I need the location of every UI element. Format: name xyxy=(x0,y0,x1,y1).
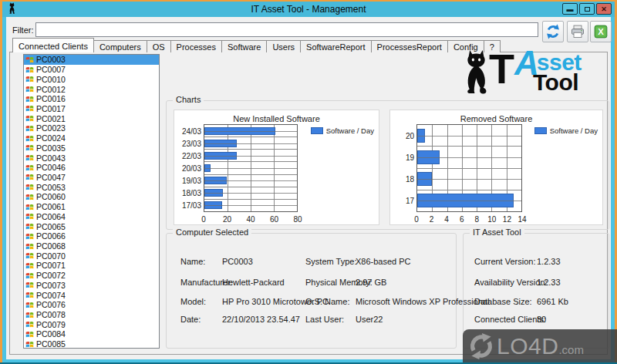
field-value: User22 xyxy=(356,315,383,324)
list-item[interactable]: PC0007 xyxy=(24,65,159,75)
windows-logo-icon xyxy=(25,232,34,241)
list-item-label: PC0007 xyxy=(36,65,66,74)
y-tick-label: 17/03 xyxy=(174,201,201,210)
list-item[interactable]: PC0065 xyxy=(24,221,159,231)
list-item[interactable]: PC0035 xyxy=(24,143,159,153)
windows-logo-icon xyxy=(25,203,34,211)
cat-logo-icon xyxy=(464,49,488,94)
chart-title: New Installed Software xyxy=(174,114,379,123)
print-button[interactable] xyxy=(567,21,588,42)
list-item-label: PC0021 xyxy=(36,114,66,123)
list-item-label: PC0076 xyxy=(36,300,66,309)
minimize-icon[interactable]: ▬ xyxy=(562,3,578,15)
field-value: 1.2.33 xyxy=(537,257,561,266)
list-item[interactable]: PC0053 xyxy=(24,182,159,192)
legend-swatch xyxy=(534,127,547,134)
refresh-button[interactable] xyxy=(542,21,564,42)
watermark-suffix: .com xyxy=(558,343,584,356)
list-item-label: PC0065 xyxy=(36,222,66,231)
tab-os[interactable]: OS xyxy=(147,40,171,52)
list-item[interactable]: PC0012 xyxy=(24,84,159,94)
list-item-label: PC0061 xyxy=(36,202,66,211)
tab-processes[interactable]: Processes xyxy=(170,40,222,52)
list-item[interactable]: PC0016 xyxy=(24,94,159,104)
list-item[interactable]: PC0085 xyxy=(24,339,159,349)
computer-selected-label: Computer Selected xyxy=(173,228,251,237)
app-window: IT Asset Tool - Management ▬ ✕ Filter: xyxy=(2,2,615,364)
gridline xyxy=(204,193,297,194)
list-item[interactable]: PC0043 xyxy=(24,153,159,163)
windows-logo-icon xyxy=(25,242,34,251)
field-value: 6961 Kb xyxy=(537,297,568,306)
window-controls: ▬ ✕ xyxy=(562,3,612,15)
list-item-label: PC0024 xyxy=(36,133,66,143)
x-tick-label: 20 xyxy=(223,215,231,224)
close-icon[interactable]: ✕ xyxy=(596,3,612,15)
gridline xyxy=(417,179,521,180)
y-tick-label: 23/03 xyxy=(174,139,201,147)
gridline xyxy=(204,156,297,157)
list-item[interactable]: PC0071 xyxy=(24,261,159,271)
tab-strip: Connected ClientsComputersOSProcessesSof… xyxy=(12,38,501,52)
client-area: Filter: xyxy=(6,17,611,359)
x-tick-label: 40 xyxy=(246,215,255,224)
field-label: Connected Clients: xyxy=(474,315,546,324)
list-item-label: PC0053 xyxy=(36,183,66,192)
tab-softwarereport[interactable]: SoftwareReport xyxy=(300,40,371,52)
screenshot-frame: IT Asset Tool - Management ▬ ✕ Filter: xyxy=(0,0,617,364)
list-item[interactable]: PC0017 xyxy=(24,104,159,114)
list-item[interactable]: PC0079 xyxy=(24,319,159,329)
list-item[interactable]: PC0064 xyxy=(24,212,159,222)
tab-processesreport[interactable]: ProcessesReport xyxy=(371,40,448,52)
windows-logo-icon xyxy=(25,212,34,221)
list-item-label: PC0078 xyxy=(36,310,66,319)
list-item[interactable]: PC0072 xyxy=(24,271,159,281)
list-item-label: PC0046 xyxy=(36,163,66,172)
tab-connected-clients[interactable]: Connected Clients xyxy=(12,38,94,52)
tab-computers[interactable]: Computers xyxy=(93,40,147,52)
chart-x-axis: 020406080 xyxy=(204,213,298,224)
list-item[interactable]: PC0076 xyxy=(24,300,159,310)
list-item[interactable]: PC0061 xyxy=(24,202,159,212)
connected-clients-list[interactable]: PC0003PC0007PC0010PC0012PC0016PC0017PC00… xyxy=(23,54,160,349)
windows-logo-icon xyxy=(25,85,34,93)
windows-logo-icon xyxy=(25,163,34,172)
field-value: X86-based PC xyxy=(356,257,411,266)
field-value: Hewlett-Packard xyxy=(222,278,285,287)
gridline xyxy=(417,157,521,158)
list-item[interactable]: PC0074 xyxy=(24,290,159,300)
list-item[interactable]: PC0084 xyxy=(24,329,159,339)
windows-logo-icon xyxy=(25,281,34,289)
field-label: O.S. Name: xyxy=(305,297,349,306)
list-item[interactable]: PC0023 xyxy=(24,123,159,133)
field-value: PC0003 xyxy=(222,257,253,266)
chart-legend: Software / Day xyxy=(534,126,598,135)
list-item[interactable]: PC0066 xyxy=(24,231,159,241)
windows-logo-icon xyxy=(25,271,34,280)
export-excel-button[interactable]: X xyxy=(590,21,612,42)
list-item[interactable]: PC0021 xyxy=(24,113,159,123)
list-item[interactable]: PC0068 xyxy=(24,241,159,251)
tab-users[interactable]: Users xyxy=(266,40,301,52)
list-item[interactable]: PC0010 xyxy=(24,74,159,84)
excel-icon: X xyxy=(593,24,609,39)
tab-software[interactable]: Software xyxy=(221,40,267,52)
field-value: 30 xyxy=(537,315,546,324)
list-item[interactable]: PC0003 xyxy=(24,55,159,65)
y-tick-label: 20/03 xyxy=(174,163,201,172)
app-info-label: IT Asset Tool xyxy=(470,228,524,237)
list-item[interactable]: PC0078 xyxy=(24,310,159,320)
list-item[interactable]: PC0073 xyxy=(24,281,159,291)
list-item[interactable]: PC0046 xyxy=(24,163,159,173)
it-asset-tool-logo: T A sset Tool xyxy=(464,49,582,96)
list-item[interactable]: PC0024 xyxy=(24,133,159,143)
list-item[interactable]: PC0060 xyxy=(24,192,159,202)
maximize-icon[interactable] xyxy=(579,3,595,15)
list-item-label: PC0010 xyxy=(36,75,66,84)
list-item-label: PC0085 xyxy=(36,339,66,349)
x-tick-label: 8 xyxy=(475,215,480,224)
list-item[interactable]: PC0047 xyxy=(24,173,159,183)
list-item[interactable]: PC0070 xyxy=(24,251,159,261)
field-value: 22/10/2013 23.54.47 xyxy=(222,315,300,324)
filter-input[interactable] xyxy=(35,22,538,37)
